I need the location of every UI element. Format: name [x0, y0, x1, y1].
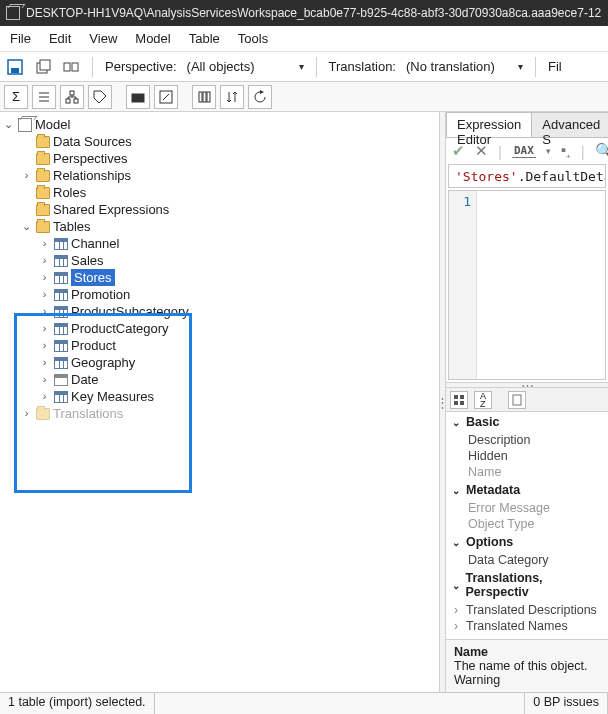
- menu-file[interactable]: File: [10, 31, 31, 46]
- tree-folder-translations[interactable]: ›Translations: [20, 405, 439, 422]
- perspective-combo[interactable]: (All objects): [187, 59, 304, 74]
- tree-table-product[interactable]: ›Product: [38, 337, 439, 354]
- categorized-icon[interactable]: [450, 391, 468, 409]
- menu-view[interactable]: View: [89, 31, 117, 46]
- tree-folder-roles[interactable]: ·Roles: [20, 184, 439, 201]
- app-icon: [6, 6, 20, 20]
- status-bp-issues[interactable]: 0 BP issues: [525, 693, 608, 714]
- menu-model[interactable]: Model: [135, 31, 170, 46]
- tree-table-productcategory[interactable]: ›ProductCategory: [38, 320, 439, 337]
- tags-button[interactable]: [88, 85, 112, 109]
- window-title: DESKTOP-HH1V9AQ\AnalysisServicesWorkspac…: [26, 6, 601, 20]
- connect-icon[interactable]: [62, 58, 80, 76]
- tree-table-channel[interactable]: ›Channel: [38, 235, 439, 252]
- svg-rect-21: [207, 92, 210, 102]
- deploy-icon[interactable]: [34, 58, 52, 76]
- tree-table-date[interactable]: ›Date: [38, 371, 439, 388]
- separator: [316, 57, 317, 77]
- tree-folder-relationships[interactable]: ›Relationships: [20, 167, 439, 184]
- status-selection: 1 table (import) selected.: [0, 693, 155, 714]
- code-editor[interactable]: 1: [448, 190, 606, 380]
- right-panel: Expression Editor Advanced S ✔ ✕ | DAX ▾…: [446, 112, 608, 692]
- cat-basic[interactable]: ⌄Basic: [446, 412, 608, 432]
- folder-icon: [36, 204, 50, 216]
- expr-string: 'Stores': [455, 169, 518, 184]
- separator: [535, 57, 536, 77]
- tree-table-productsubcategory[interactable]: ›ProductSubcategory: [38, 303, 439, 320]
- property-page-icon[interactable]: [508, 391, 526, 409]
- svg-rect-9: [70, 91, 74, 95]
- cancel-icon[interactable]: ✕: [475, 142, 488, 160]
- refresh-button[interactable]: [248, 85, 272, 109]
- workspace: ⌄Model ·Data Sources ·Perspectives ›Rela…: [0, 112, 608, 692]
- prop-data-category[interactable]: Data Category: [446, 552, 608, 568]
- menu-edit[interactable]: Edit: [49, 31, 71, 46]
- save-icon[interactable]: [6, 58, 24, 76]
- dax-icon[interactable]: DAX: [512, 144, 536, 158]
- svg-rect-16: [132, 94, 144, 102]
- table-icon: [54, 238, 68, 250]
- tab-advanced-scripting[interactable]: Advanced S: [531, 112, 608, 137]
- menu-tools[interactable]: Tools: [238, 31, 268, 46]
- tab-expression-editor[interactable]: Expression Editor: [446, 112, 532, 137]
- prop-description[interactable]: Description: [446, 432, 608, 448]
- sort-button[interactable]: [220, 85, 244, 109]
- cat-options[interactable]: ⌄Options: [446, 532, 608, 552]
- chevron-down-icon[interactable]: ▾: [546, 146, 551, 156]
- table-icon: [54, 340, 68, 352]
- separator: [92, 57, 93, 77]
- tree-panel: ⌄Model ·Data Sources ·Perspectives ›Rela…: [0, 112, 440, 692]
- prop-object-type[interactable]: Object Type: [446, 516, 608, 532]
- translation-combo[interactable]: (No translation): [406, 59, 523, 74]
- tree-table-keymeasures[interactable]: ›Key Measures: [38, 388, 439, 405]
- tree-folder-tables[interactable]: ⌄Tables: [20, 218, 439, 235]
- tree-model[interactable]: ⌄Model: [2, 116, 439, 133]
- cat-translations[interactable]: ⌄Translations, Perspectiv: [446, 568, 608, 602]
- expr-suffix: .DefaultDetail: [518, 169, 606, 184]
- folder-button[interactable]: [126, 85, 150, 109]
- model-icon: [18, 118, 32, 132]
- tree-folder-sharedexpr[interactable]: ·Shared Expressions: [20, 201, 439, 218]
- svg-rect-3: [40, 60, 50, 70]
- svg-rect-4: [64, 63, 70, 71]
- svg-rect-24: [454, 401, 458, 405]
- search-icon[interactable]: 🔍: [595, 142, 608, 160]
- svg-rect-20: [203, 92, 206, 102]
- tree-folder-datasources[interactable]: ·Data Sources: [20, 133, 439, 150]
- svg-rect-25: [460, 401, 464, 405]
- tree-table-sales[interactable]: ›Sales: [38, 252, 439, 269]
- tree-table-promotion[interactable]: ›Promotion: [38, 286, 439, 303]
- cat-metadata[interactable]: ⌄Metadata: [446, 480, 608, 500]
- expression-bar[interactable]: 'Stores'.DefaultDetail: [448, 164, 606, 188]
- prop-name[interactable]: Name: [446, 464, 608, 480]
- tree-table-stores[interactable]: ›Stores: [38, 269, 439, 286]
- hierarchy-button[interactable]: [60, 85, 84, 109]
- filter-label: Fil: [548, 59, 562, 74]
- script-icon[interactable]: ▪+: [561, 141, 571, 161]
- svg-rect-26: [513, 395, 521, 405]
- prop-hidden[interactable]: Hidden: [446, 448, 608, 464]
- sigma-button[interactable]: Σ: [4, 85, 28, 109]
- prop-translated-names[interactable]: ›Translated Names: [446, 618, 608, 634]
- tree-folder-perspectives[interactable]: ·Perspectives: [20, 150, 439, 167]
- columns-button[interactable]: [192, 85, 216, 109]
- list-button[interactable]: [32, 85, 56, 109]
- svg-rect-5: [72, 63, 78, 71]
- prop-translated-descriptions[interactable]: ›Translated Descriptions: [446, 602, 608, 618]
- svg-rect-1: [11, 68, 19, 73]
- prop-error-message[interactable]: Error Message: [446, 500, 608, 516]
- table-icon: [54, 272, 68, 284]
- accept-icon[interactable]: ✔: [452, 142, 465, 160]
- tree-table-geography[interactable]: ›Geography: [38, 354, 439, 371]
- folder-icon: [36, 136, 50, 148]
- menu-table[interactable]: Table: [189, 31, 220, 46]
- alphabetical-icon[interactable]: AZ: [474, 391, 492, 409]
- status-bar: 1 table (import) selected. 0 BP issues: [0, 692, 608, 714]
- edit-button[interactable]: [154, 85, 178, 109]
- property-description: Name The name of this object. Warning: [446, 639, 608, 692]
- table-icon: [54, 391, 68, 403]
- folder-icon: [36, 187, 50, 199]
- date-icon: [54, 374, 68, 386]
- menu-bar: File Edit View Model Table Tools: [0, 26, 608, 52]
- svg-rect-19: [199, 92, 202, 102]
